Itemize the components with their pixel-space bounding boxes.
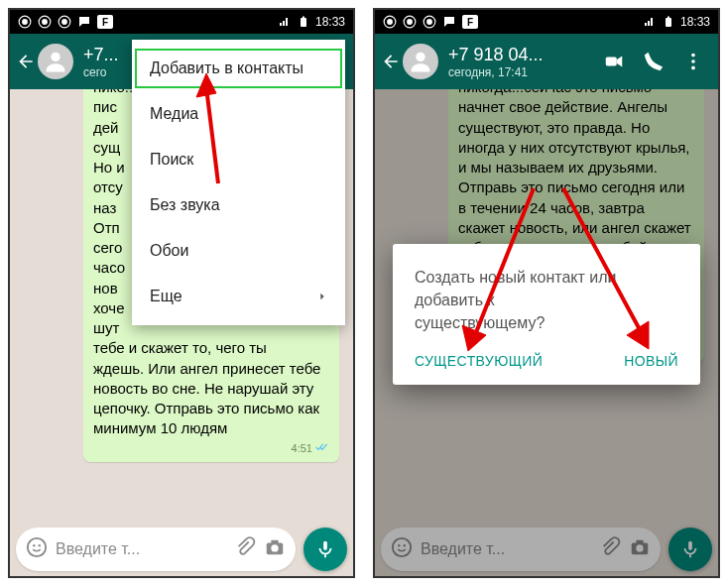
battery-icon bbox=[662, 15, 675, 29]
emoji-icon[interactable] bbox=[26, 536, 48, 562]
input-bar: Введите т... bbox=[10, 523, 353, 576]
signal-icon bbox=[643, 15, 657, 29]
menu-search[interactable]: Поиск bbox=[132, 137, 345, 182]
double-check-icon bbox=[315, 441, 329, 457]
battery-icon bbox=[297, 15, 310, 29]
add-contact-dialog: Создать новый контакт или добавить к сущ… bbox=[393, 244, 700, 385]
notif-icon bbox=[383, 15, 397, 29]
mic-button[interactable] bbox=[303, 528, 347, 571]
video-call-icon[interactable] bbox=[603, 51, 625, 72]
svg-point-11 bbox=[39, 544, 41, 546]
font-icon: F bbox=[462, 15, 478, 29]
svg-point-1 bbox=[22, 19, 28, 25]
svg-rect-27 bbox=[606, 57, 617, 65]
menu-media[interactable]: Медиа bbox=[132, 91, 345, 137]
avatar[interactable] bbox=[403, 44, 438, 79]
more-icon[interactable] bbox=[682, 51, 704, 72]
chat-notif-icon bbox=[442, 15, 456, 29]
svg-point-5 bbox=[61, 19, 67, 25]
phone-screenshot-right: F 18:33 +7 918 04... сегодня, 17:41 нико… bbox=[373, 8, 720, 578]
svg-point-3 bbox=[42, 19, 48, 25]
chat-title-block[interactable]: +7 918 04... сегодня, 17:41 bbox=[448, 45, 603, 79]
phone-call-icon[interactable] bbox=[643, 51, 665, 72]
svg-rect-15 bbox=[323, 541, 327, 550]
svg-rect-24 bbox=[666, 18, 671, 27]
avatar[interactable] bbox=[38, 44, 73, 79]
last-seen: сегодня, 17:41 bbox=[448, 65, 603, 79]
svg-point-26 bbox=[416, 53, 424, 61]
menu-mute[interactable]: Без звука bbox=[132, 182, 345, 228]
font-icon: F bbox=[97, 15, 113, 29]
dialog-message: Создать новый контакт или добавить к сущ… bbox=[415, 266, 678, 335]
message-time: 4:51 bbox=[292, 441, 312, 456]
existing-button[interactable]: СУЩЕСТВУЮЩИЙ bbox=[415, 353, 543, 369]
notif-icon bbox=[58, 15, 71, 29]
status-bar: F 18:33 bbox=[10, 10, 353, 34]
chat-header: +7 918 04... сегодня, 17:41 bbox=[375, 34, 718, 89]
menu-add-to-contacts[interactable]: Добавить в контакты bbox=[132, 46, 345, 91]
attach-icon[interactable] bbox=[234, 536, 256, 562]
chevron-right-icon bbox=[317, 288, 327, 305]
back-icon[interactable] bbox=[16, 52, 36, 71]
notif-icon bbox=[403, 15, 417, 29]
svg-point-28 bbox=[691, 54, 695, 58]
svg-point-13 bbox=[271, 544, 278, 551]
notif-icon bbox=[18, 15, 32, 29]
contact-name: +7 918 04... bbox=[448, 45, 603, 65]
phone-screenshot-left: F 18:33 +7... сего нико... пис дей сущ Н… bbox=[8, 8, 355, 578]
status-time: 18:33 bbox=[680, 15, 710, 29]
message-placeholder: Введите т... bbox=[56, 540, 226, 558]
status-bar: F 18:33 bbox=[375, 10, 718, 34]
svg-point-21 bbox=[407, 19, 413, 25]
svg-point-10 bbox=[33, 544, 35, 546]
svg-rect-25 bbox=[667, 17, 669, 19]
svg-point-19 bbox=[387, 19, 393, 25]
camera-icon[interactable] bbox=[264, 536, 286, 562]
notif-icon bbox=[38, 15, 52, 29]
back-icon[interactable] bbox=[381, 52, 401, 71]
svg-point-29 bbox=[691, 59, 695, 63]
svg-rect-6 bbox=[301, 18, 306, 27]
menu-more[interactable]: Еще bbox=[132, 274, 345, 319]
menu-wallpaper[interactable]: Обои bbox=[132, 228, 345, 274]
svg-rect-14 bbox=[271, 540, 278, 544]
status-time: 18:33 bbox=[315, 15, 345, 29]
svg-point-8 bbox=[51, 53, 60, 61]
chat-notif-icon bbox=[77, 15, 91, 29]
signal-icon bbox=[278, 15, 292, 29]
message-input[interactable]: Введите т... bbox=[16, 528, 296, 571]
svg-rect-7 bbox=[303, 17, 304, 19]
svg-point-30 bbox=[691, 66, 695, 70]
new-button[interactable]: НОВЫЙ bbox=[624, 353, 678, 369]
svg-point-23 bbox=[426, 19, 432, 25]
notif-icon bbox=[423, 15, 436, 29]
svg-point-9 bbox=[28, 538, 46, 556]
options-menu: Добавить в контакты Медиа Поиск Без звук… bbox=[132, 40, 345, 325]
